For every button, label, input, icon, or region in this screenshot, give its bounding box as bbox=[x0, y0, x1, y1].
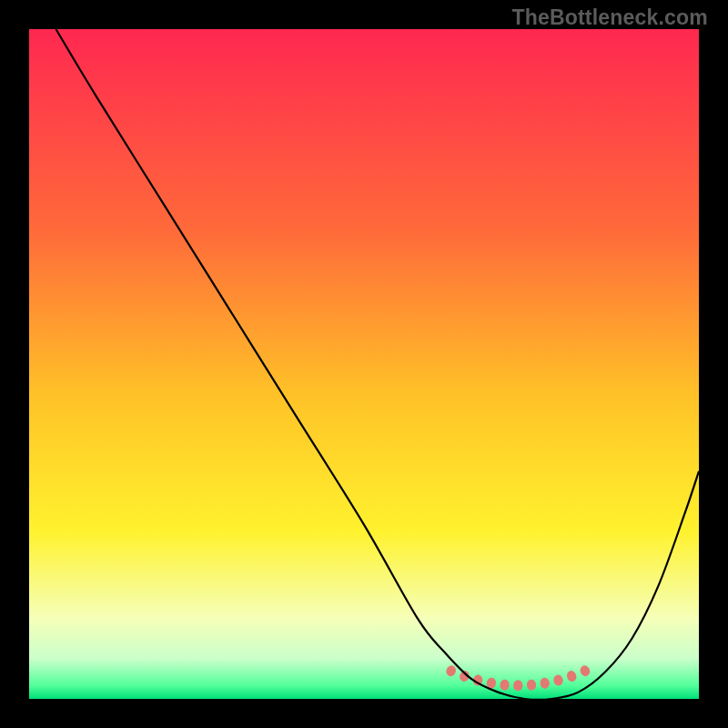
svg-rect-5 bbox=[513, 680, 522, 691]
watermark-text: TheBottleneck.com bbox=[511, 5, 708, 30]
bottleneck-chart bbox=[0, 0, 728, 728]
chart-plot-area bbox=[29, 29, 699, 699]
